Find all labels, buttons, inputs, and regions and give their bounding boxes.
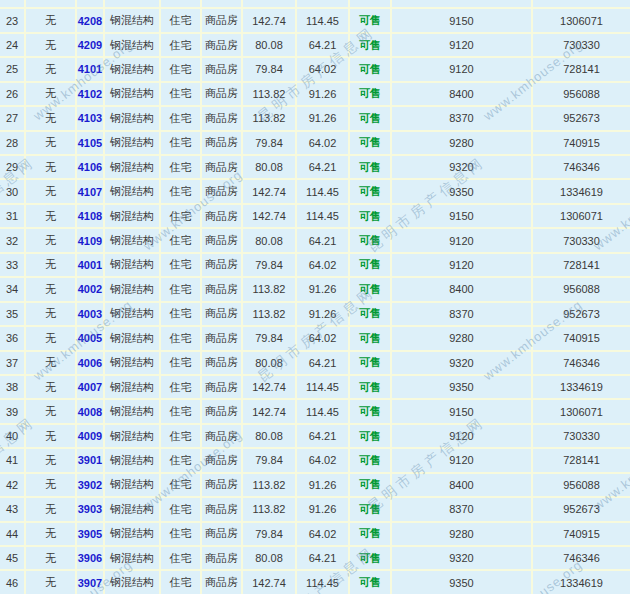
room-number-link[interactable]: 4005 bbox=[78, 332, 102, 344]
cell-status: 可售 bbox=[350, 352, 392, 374]
room-number-link[interactable]: 3907 bbox=[78, 577, 102, 589]
cell-build_area: 113.82 bbox=[243, 474, 297, 496]
room-number-link[interactable]: 3901 bbox=[78, 454, 102, 466]
text-usage: 住宅 bbox=[170, 355, 192, 370]
cell-room[interactable]: 3903 bbox=[77, 498, 105, 520]
room-number-link[interactable]: 4105 bbox=[78, 137, 102, 149]
cell-row_no: 37 bbox=[0, 352, 26, 374]
cell-unit_price bbox=[392, 0, 533, 7]
cell-status: 可售 bbox=[350, 34, 392, 56]
room-number-link[interactable]: 4002 bbox=[78, 283, 102, 295]
cell-usage: 住宅 bbox=[161, 571, 202, 593]
cell-status: 可售 bbox=[350, 547, 392, 569]
cell-unit_price: 9150 bbox=[392, 400, 533, 422]
room-number-link[interactable]: 3905 bbox=[78, 528, 102, 540]
cell-attr: 无 bbox=[26, 205, 77, 227]
cell-room[interactable]: 3902 bbox=[77, 474, 105, 496]
room-number-link[interactable]: 4101 bbox=[78, 63, 102, 75]
room-number-link[interactable]: 3906 bbox=[78, 552, 102, 564]
cell-room[interactable]: 4105 bbox=[77, 132, 105, 154]
room-number-link[interactable]: 4008 bbox=[78, 406, 102, 418]
cell-room[interactable]: 4106 bbox=[77, 156, 105, 178]
cell-room[interactable]: 4003 bbox=[77, 303, 105, 325]
text-house_type: 商品房 bbox=[205, 38, 238, 53]
room-number-link[interactable]: 4102 bbox=[78, 88, 102, 100]
room-number-link[interactable]: 4106 bbox=[78, 161, 102, 173]
cell-structure: 钢混结构 bbox=[105, 34, 161, 56]
cell-room[interactable]: 4008 bbox=[77, 400, 105, 422]
cell-room[interactable]: 4007 bbox=[77, 376, 105, 398]
text-row_no: 27 bbox=[6, 112, 18, 124]
room-number-link[interactable]: 4003 bbox=[78, 308, 102, 320]
text-unit_price: 9320 bbox=[449, 552, 473, 564]
cell-status: 可售 bbox=[350, 571, 392, 593]
text-total_price: 1334619 bbox=[560, 381, 603, 393]
cell-room[interactable]: 3907 bbox=[77, 571, 105, 593]
text-structure: 钢混结构 bbox=[110, 135, 154, 150]
cell-room[interactable]: 3901 bbox=[77, 449, 105, 471]
text-unit_price: 9280 bbox=[449, 332, 473, 344]
cell-room[interactable]: 3905 bbox=[77, 523, 105, 545]
cell-structure: 钢混结构 bbox=[105, 498, 161, 520]
cell-structure: 钢混结构 bbox=[105, 547, 161, 569]
cell-room[interactable]: 3906 bbox=[77, 547, 105, 569]
room-number-link[interactable]: 4006 bbox=[78, 357, 102, 369]
room-number-link[interactable]: 4107 bbox=[78, 186, 102, 198]
text-unit_price: 9150 bbox=[449, 210, 473, 222]
cell-room[interactable]: 4209 bbox=[77, 34, 105, 56]
text-inner_area: 64.02 bbox=[309, 332, 337, 344]
cell-row_no: 43 bbox=[0, 498, 26, 520]
cell-structure: 钢混结构 bbox=[105, 376, 161, 398]
room-number-link[interactable]: 4208 bbox=[78, 15, 102, 27]
room-number-link[interactable]: 3903 bbox=[78, 503, 102, 515]
text-house_type: 商品房 bbox=[205, 331, 238, 346]
cell-usage: 住宅 bbox=[161, 523, 202, 545]
cell-structure: 钢混结构 bbox=[105, 571, 161, 593]
cell-room[interactable]: 4109 bbox=[77, 229, 105, 251]
text-house_type: 商品房 bbox=[205, 135, 238, 150]
cell-room[interactable]: 4006 bbox=[77, 352, 105, 374]
status-badge: 可售 bbox=[359, 331, 381, 346]
text-usage: 住宅 bbox=[170, 209, 192, 224]
cell-room[interactable]: 4005 bbox=[77, 327, 105, 349]
cell-room[interactable]: 4107 bbox=[77, 180, 105, 202]
text-build_area: 142.74 bbox=[252, 210, 286, 222]
room-number-link[interactable]: 3902 bbox=[78, 479, 102, 491]
cell-unit_price: 9150 bbox=[392, 9, 533, 31]
room-number-link[interactable]: 4001 bbox=[78, 259, 102, 271]
cell-room[interactable]: 4002 bbox=[77, 278, 105, 300]
room-number-link[interactable]: 4209 bbox=[78, 39, 102, 51]
cell-build_area: 80.08 bbox=[243, 425, 297, 447]
cell-room[interactable]: 4001 bbox=[77, 254, 105, 276]
cell-room[interactable]: 4101 bbox=[77, 58, 105, 80]
cell-unit_price: 8400 bbox=[392, 278, 533, 300]
room-number-link[interactable]: 4108 bbox=[78, 210, 102, 222]
text-usage: 住宅 bbox=[170, 62, 192, 77]
text-unit_price: 9120 bbox=[449, 454, 473, 466]
room-number-link[interactable]: 4109 bbox=[78, 235, 102, 247]
table-row: 44无3905钢混结构住宅商品房79.8464.02可售9280740915 bbox=[0, 521, 630, 545]
cell-unit_price: 9120 bbox=[392, 254, 533, 276]
cell-attr: 无 bbox=[26, 34, 77, 56]
cell-room[interactable]: 4108 bbox=[77, 205, 105, 227]
text-house_type: 商品房 bbox=[205, 86, 238, 101]
cell-room[interactable]: 4009 bbox=[77, 425, 105, 447]
status-badge: 可售 bbox=[359, 575, 381, 590]
cell-status: 可售 bbox=[350, 449, 392, 471]
cell-house_type: 商品房 bbox=[202, 278, 243, 300]
cell-attr: 无 bbox=[26, 107, 77, 129]
cell-room[interactable]: 4103 bbox=[77, 107, 105, 129]
room-number-link[interactable]: 4103 bbox=[78, 112, 102, 124]
cell-build_area: 142.74 bbox=[243, 180, 297, 202]
room-number-link[interactable]: 4009 bbox=[78, 430, 102, 442]
text-row_no: 25 bbox=[6, 63, 18, 75]
text-row_no: 39 bbox=[6, 406, 18, 418]
cell-total_price: 728141 bbox=[533, 254, 630, 276]
cell-room[interactable]: 4208 bbox=[77, 9, 105, 31]
cell-house_type: 商品房 bbox=[202, 229, 243, 251]
text-attr: 无 bbox=[45, 575, 56, 590]
room-number-link[interactable]: 4007 bbox=[78, 381, 102, 393]
text-row_no: 35 bbox=[6, 308, 18, 320]
cell-room[interactable]: 4102 bbox=[77, 83, 105, 105]
text-inner_area: 114.45 bbox=[306, 406, 339, 418]
